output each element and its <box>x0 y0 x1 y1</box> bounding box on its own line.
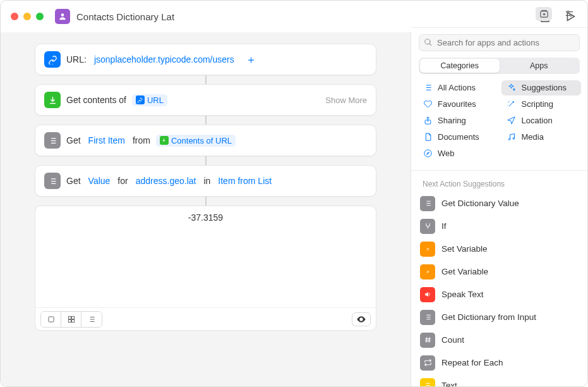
tab-apps[interactable]: Apps <box>500 59 579 73</box>
category-favourites[interactable]: Favourites <box>417 97 498 112</box>
settings-sliders-icon[interactable] <box>561 7 577 21</box>
suggestion-get-variable[interactable]: xGet Variable <box>411 261 587 283</box>
list-icon <box>44 132 61 149</box>
share-icon <box>423 116 433 126</box>
result-toolbar <box>35 307 376 330</box>
svg-rect-2 <box>48 316 53 321</box>
svg-text:x: x <box>426 269 429 275</box>
action-get-value[interactable]: Get Value for address.geo.lat in Item fr… <box>35 165 376 197</box>
repeat-icon <box>420 355 435 371</box>
zoom-window[interactable] <box>36 13 44 20</box>
action-get-contents[interactable]: Get contents of URL Show More <box>35 84 376 116</box>
key-token[interactable]: address.geo.lat <box>134 175 198 187</box>
window-title: Contacts Dictionary Lat <box>76 11 174 22</box>
contents-pill[interactable]: Contents of URL <box>156 135 236 147</box>
view-mode-segment <box>40 311 102 328</box>
category-sharing[interactable]: Sharing <box>417 113 498 128</box>
suggestion-set-variable[interactable]: xSet Variable <box>411 238 587 261</box>
dictionary-icon <box>44 173 61 189</box>
add-url-icon[interactable]: ＋ <box>246 52 256 67</box>
get-contents-label: Get contents of <box>66 95 126 105</box>
suggestion-text[interactable]: Text <box>411 374 587 386</box>
download-icon <box>44 92 61 108</box>
action-get-item[interactable]: Get First Item from Contents of URL <box>35 125 376 156</box>
location-icon <box>507 116 517 126</box>
svg-text:x: x <box>426 247 429 252</box>
suggestions-heading: Next Action Suggestions <box>411 173 587 192</box>
action-url[interactable]: URL: jsonplaceholder.typicode.com/users … <box>35 44 376 75</box>
list-icon <box>420 196 435 211</box>
safari-icon <box>423 149 433 159</box>
value-token[interactable]: Value <box>87 175 112 187</box>
get-label: Get <box>66 135 81 145</box>
branch-icon <box>420 219 435 234</box>
connector <box>205 156 207 165</box>
sidebar-tabs: Categories Apps <box>419 58 580 74</box>
var-icon: x <box>420 242 435 257</box>
url-pill[interactable]: URL <box>132 94 167 106</box>
svg-point-12 <box>513 138 515 140</box>
tab-categories[interactable]: Categories <box>420 59 500 73</box>
connector <box>205 116 207 125</box>
category-all-actions[interactable]: All Actions <box>417 80 498 95</box>
hash-icon <box>420 333 435 348</box>
svg-point-11 <box>508 138 510 140</box>
svg-point-8 <box>567 11 568 13</box>
view-grid-icon[interactable] <box>61 312 81 327</box>
category-documents[interactable]: Documents <box>417 130 498 145</box>
item-from-list-token[interactable]: Item from List <box>216 175 273 187</box>
show-more[interactable]: Show More <box>325 95 367 105</box>
svg-rect-6 <box>71 319 74 322</box>
svg-rect-3 <box>68 316 71 319</box>
suggestion-get-dictionary-value[interactable]: Get Dictionary Value <box>411 192 587 215</box>
traffic-lights <box>11 13 44 20</box>
search-input[interactable] <box>419 34 580 51</box>
var-icon: x <box>420 264 435 280</box>
get-label: Get <box>66 176 81 186</box>
search-icon <box>424 38 433 47</box>
category-scripting[interactable]: Scripting <box>501 97 582 112</box>
search-field[interactable] <box>419 34 580 51</box>
svg-rect-4 <box>71 316 74 319</box>
divider <box>411 170 587 171</box>
suggestion-repeat-for-each[interactable]: Repeat for Each <box>411 352 587 374</box>
sidebar: Categories Apps All ActionsSuggestionsFa… <box>411 32 587 386</box>
category-media[interactable]: Media <box>501 130 582 145</box>
text-icon <box>420 378 435 386</box>
library-icon[interactable] <box>536 7 552 21</box>
doc-icon <box>423 132 433 142</box>
suggestion-count[interactable]: Count <box>411 329 587 352</box>
connector <box>205 75 207 84</box>
categories-grid: All ActionsSuggestionsFavouritesScriptin… <box>411 80 587 168</box>
workflow-editor: URL: jsonplaceholder.typicode.com/users … <box>1 32 411 386</box>
minimize-window[interactable] <box>23 13 31 20</box>
svg-point-9 <box>570 15 572 16</box>
suggestion-get-dictionary-from-input[interactable]: Get Dictionary from Input <box>411 306 587 329</box>
suggestions-list: Get Dictionary ValueIfxSet VariablexGet … <box>411 192 587 386</box>
svg-rect-5 <box>68 319 71 322</box>
connector <box>205 197 207 206</box>
view-list-icon[interactable] <box>81 312 102 327</box>
link-icon <box>44 51 61 68</box>
in-label: in <box>203 176 210 186</box>
category-web[interactable]: Web <box>417 146 498 161</box>
category-location[interactable]: Location <box>501 113 582 128</box>
url-value[interactable]: jsonplaceholder.typicode.com/users <box>92 53 236 66</box>
url-label: URL: <box>66 54 87 64</box>
category-suggestions[interactable]: Suggestions <box>501 80 582 95</box>
suggestion-speak-text[interactable]: Speak Text <box>411 283 587 306</box>
first-item-token[interactable]: First Item <box>87 134 127 147</box>
from-label: from <box>133 135 150 145</box>
sparkle-icon <box>507 83 517 93</box>
close-window[interactable] <box>11 13 18 20</box>
view-single-icon[interactable] <box>41 312 61 327</box>
heart-icon <box>423 99 433 109</box>
list-icon <box>423 83 433 93</box>
quicklook-icon[interactable] <box>352 312 371 326</box>
for-label: for <box>117 176 128 186</box>
suggestion-if[interactable]: If <box>411 215 587 238</box>
shortcut-icon <box>55 9 70 24</box>
svg-point-13 <box>424 150 431 157</box>
wand-icon <box>507 99 517 109</box>
speaker-icon <box>420 287 435 302</box>
